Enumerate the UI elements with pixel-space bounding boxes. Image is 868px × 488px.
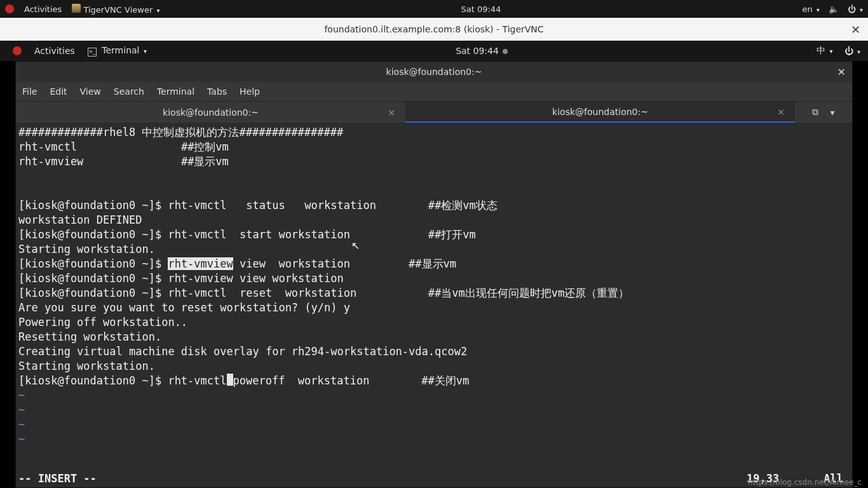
tab-1[interactable]: kiosk@foundation0:~ × [16,102,405,123]
terminal-icon: >_ [88,48,97,57]
host-clock[interactable]: Sat 09:44 [159,4,802,14]
menu-tabs[interactable]: Tabs [207,86,227,97]
chevron-down-icon: ▾ [829,48,832,55]
tab-label: kiosk@foundation0:~ [552,107,648,117]
guest-top-bar: Activities >_ Terminal ▾ Sat 09:44 中 ▾ ⏻… [0,41,868,61]
lang-label: en [802,4,812,14]
terminal-window: kiosk@foundation0:~ ✕ File Edit View Sea… [15,61,853,488]
tab-close-icon[interactable]: × [777,107,785,117]
menu-terminal[interactable]: Terminal [157,86,194,97]
menu-help[interactable]: Help [240,86,260,97]
tab-close-icon[interactable]: × [388,107,395,118]
terminal-title-text: kiosk@foundation0:~ [386,67,482,77]
recording-dot-icon [503,49,508,54]
terminal-body[interactable]: Red Hat ↖ #############rhel8 中控制虚拟机的方法##… [16,123,852,487]
chevron-down-icon: ▾ [857,48,860,55]
vnc-title-bar[interactable]: foundation0.ilt.example.com:8 (kiosk) - … [0,18,868,41]
chevron-down-icon: ▾ [860,6,863,13]
host-activities[interactable]: Activities [24,4,62,14]
guest-activities[interactable]: Activities [34,46,75,56]
terminal-menu-bar: File Edit View Search Terminal Tabs Help [16,82,852,101]
guest-clock-text: Sat 09:44 [456,46,499,56]
menu-file[interactable]: File [22,86,37,97]
menu-search[interactable]: Search [114,86,144,97]
terminal-close-button[interactable]: ✕ [837,66,846,78]
text-cursor [227,374,233,386]
host-lang-indicator[interactable]: en ▾ [802,4,819,14]
lang-label: 中 [817,45,825,55]
host-app-indicator[interactable]: TigerVNC Viewer ▾ [72,4,159,15]
tab-menu-icon[interactable]: ▾ [830,107,834,118]
terminal-output: #############rhel8 中控制虚拟机的方法############… [16,123,852,449]
tab-label: kiosk@foundation0:~ [163,107,259,118]
fedora-icon [13,46,22,55]
fedora-icon [5,4,14,13]
guest-clock[interactable]: Sat 09:44 [147,46,817,56]
terminal-title-bar[interactable]: kiosk@foundation0:~ ✕ [16,62,852,82]
guest-app-label: Terminal [102,45,139,55]
menu-edit[interactable]: Edit [50,86,67,97]
host-top-bar: Activities TigerVNC Viewer ▾ Sat 09:44 e… [0,0,868,18]
power-icon[interactable]: ⏻ ▾ [848,4,863,14]
chevron-down-icon: ▾ [817,6,820,13]
new-tab-icon[interactable]: ⧉ [812,107,818,118]
volume-icon[interactable]: 🔈 [829,4,839,14]
host-app-label: TigerVNC Viewer [83,5,153,15]
vnc-window: foundation0.ilt.example.com:8 (kiosk) - … [0,18,868,488]
vim-mode: -- INSERT -- [18,472,97,485]
vim-status-line: -- INSERT -- 19,33 All [18,472,850,485]
tab-2[interactable]: kiosk@foundation0:~ × [405,102,795,123]
tab-strip: kiosk@foundation0:~ × kiosk@foundation0:… [16,101,852,123]
power-icon[interactable]: ⏻ ▾ [844,46,860,56]
highlighted-text: rht-vmview [168,257,233,270]
guest-lang-indicator[interactable]: 中 ▾ [817,45,832,57]
guest-app-indicator[interactable]: >_ Terminal ▾ [88,45,147,57]
tigervnc-icon [72,4,81,13]
vnc-close-button[interactable]: ✕ [851,23,860,36]
menu-view[interactable]: View [80,86,101,97]
vnc-title-text: foundation0.ilt.example.com:8 (kiosk) - … [324,24,543,34]
tab-tools: ⧉ ▾ [795,102,852,123]
source-watermark: https://blog.csdn.net/Aimee_c [748,478,862,487]
